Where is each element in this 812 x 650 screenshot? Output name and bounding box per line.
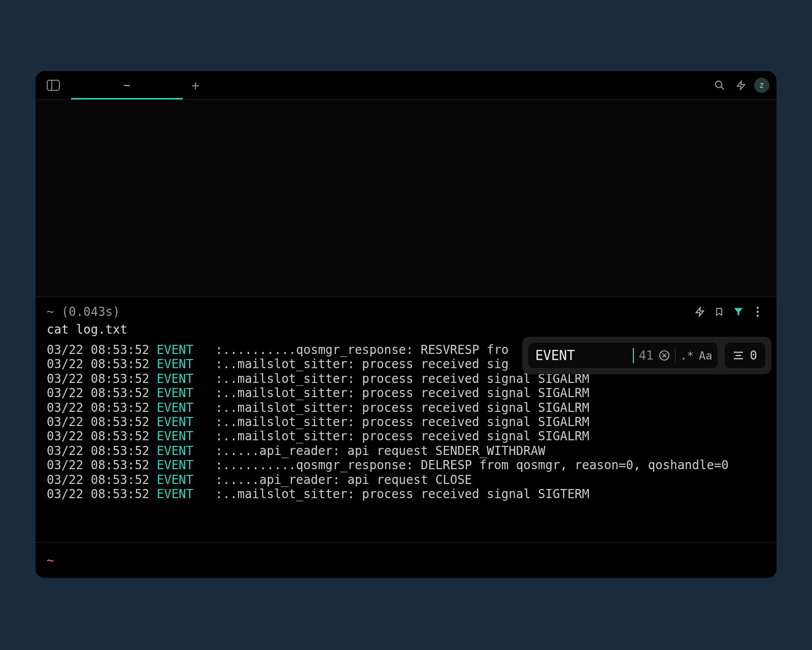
context-lines-control[interactable]: 0 — [725, 343, 765, 368]
clear-filter-button[interactable] — [659, 350, 670, 361]
lightning-icon — [695, 306, 705, 317]
block-path: ~ — [47, 305, 54, 319]
block-time: (0.043s) — [61, 305, 120, 319]
log-line: 03/22 08:53:52 EVENT :.....api_reader: a… — [47, 444, 765, 458]
add-tab-button[interactable]: + — [183, 78, 208, 93]
ai-button[interactable] — [733, 77, 749, 93]
dots-vertical-icon — [756, 306, 759, 317]
output-block: ~ (0.043s) cat log.txt 03/22 0 — [36, 297, 776, 578]
log-line: 03/22 08:53:52 EVENT :..mailslot_sitter:… — [47, 487, 765, 501]
filter-popup: 41 .* Aa 0 — [522, 337, 771, 374]
bookmark-icon — [715, 306, 724, 317]
log-line: 03/22 08:53:52 EVENT :..........qosmgr_r… — [47, 458, 765, 472]
search-button[interactable] — [712, 77, 728, 93]
tab-label: ~ — [123, 79, 130, 91]
lightning-icon — [736, 80, 746, 91]
prompt-symbol: ~ — [47, 554, 54, 568]
block-header: ~ (0.043s) — [36, 297, 776, 320]
filter-input-wrap: 41 .* Aa — [528, 343, 718, 368]
close-circle-icon — [659, 350, 670, 361]
avatar[interactable]: z — [754, 78, 769, 93]
text-cursor — [633, 348, 634, 363]
plus-icon: + — [191, 78, 199, 93]
log-line: 03/22 08:53:52 EVENT :..mailslot_sitter:… — [47, 415, 765, 429]
context-value: 0 — [750, 348, 757, 363]
log-line: 03/22 08:53:52 EVENT :..mailslot_sitter:… — [47, 429, 765, 443]
app-window: ~ + z ~ (0.043s) — [36, 71, 776, 578]
svg-point-9 — [757, 315, 759, 317]
filter-icon — [733, 307, 744, 317]
svg-rect-0 — [47, 80, 59, 90]
svg-marker-6 — [734, 308, 743, 316]
separator — [675, 348, 675, 363]
svg-marker-4 — [737, 81, 745, 89]
regex-toggle[interactable]: .* — [681, 349, 694, 362]
titlebar-right: z — [712, 77, 769, 93]
more-button[interactable] — [750, 304, 765, 319]
search-icon — [714, 80, 725, 91]
match-count: 41 — [639, 348, 654, 363]
prompt-bar[interactable]: ~ — [36, 542, 776, 578]
svg-point-7 — [757, 307, 759, 309]
block-context: ~ (0.043s) — [47, 305, 120, 319]
upper-pane — [36, 100, 776, 297]
block-ai-button[interactable] — [692, 304, 707, 319]
svg-point-2 — [716, 81, 722, 87]
titlebar-left: ~ + — [36, 71, 208, 100]
case-toggle[interactable]: Aa — [699, 349, 713, 362]
svg-point-8 — [757, 311, 759, 313]
log-line: 03/22 08:53:52 EVENT :.....api_reader: a… — [47, 473, 765, 487]
tab-home[interactable]: ~ — [71, 71, 183, 100]
sidebar-toggle-button[interactable] — [36, 80, 71, 91]
log-line: 03/22 08:53:52 EVENT :..mailslot_sitter:… — [47, 401, 765, 415]
filter-input[interactable] — [535, 348, 632, 363]
titlebar: ~ + z — [36, 71, 776, 100]
context-icon — [733, 351, 744, 360]
log-line: 03/22 08:53:52 EVENT :..mailslot_sitter:… — [47, 386, 765, 400]
svg-marker-5 — [696, 308, 704, 316]
block-actions — [692, 304, 765, 319]
panel-icon — [47, 80, 60, 91]
svg-line-3 — [721, 86, 724, 89]
avatar-letter: z — [760, 81, 764, 90]
bookmark-button[interactable] — [712, 304, 727, 319]
filter-button[interactable] — [731, 304, 746, 319]
